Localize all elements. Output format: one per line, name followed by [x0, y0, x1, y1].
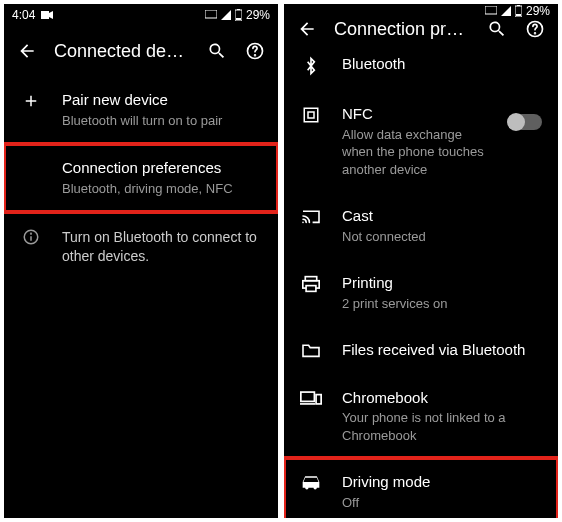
page-title: Connection preferen...: [334, 19, 470, 40]
bluetooth-icon: [303, 56, 319, 76]
settings-list: Bluetooth NFC Allow data exchange when t…: [284, 40, 558, 518]
search-button[interactable]: [206, 40, 228, 62]
bluetooth-label: Bluetooth: [342, 54, 542, 74]
app-bar: Connection preferen...: [284, 18, 558, 40]
files-label: Files received via Bluetooth: [342, 340, 542, 360]
connpref-label: Connection preferences: [62, 158, 262, 178]
phone-left: 4:04 29% Connected devices Pair new devi…: [4, 4, 278, 518]
status-battery: 29%: [246, 8, 270, 22]
cast-status-icon: [205, 10, 217, 20]
svg-point-9: [31, 233, 32, 234]
printing-sub: 2 print services on: [342, 295, 542, 313]
camera-icon: [41, 11, 53, 19]
chromebook-label: Chromebook: [342, 388, 542, 408]
pair-sub: Bluetooth will turn on to pair: [62, 112, 262, 130]
pair-label: Pair new device: [62, 90, 262, 110]
svg-rect-23: [316, 394, 321, 403]
settings-list: Pair new device Bluetooth will turn on t…: [4, 76, 278, 518]
svg-rect-21: [301, 392, 315, 401]
nfc-row[interactable]: NFC Allow data exchange when the phone t…: [284, 90, 558, 192]
drive-sub: Off: [342, 494, 542, 512]
search-icon: [487, 19, 507, 39]
svg-rect-0: [41, 11, 49, 19]
help-icon: [245, 41, 265, 61]
printing-row[interactable]: Printing 2 print services on: [284, 259, 558, 326]
nfc-icon: [302, 106, 320, 124]
nfc-toggle[interactable]: [508, 114, 542, 130]
back-button[interactable]: [16, 40, 38, 62]
cast-sub: Not connected: [342, 228, 542, 246]
pair-new-device-row[interactable]: Pair new device Bluetooth will turn on t…: [4, 76, 278, 144]
phone-right: 29% Connection preferen... Bluetooth NFC…: [284, 4, 558, 518]
svg-rect-3: [237, 9, 240, 10]
cast-row[interactable]: Cast Not connected: [284, 192, 558, 259]
back-arrow-icon: [17, 41, 37, 61]
back-button[interactable]: [296, 18, 318, 40]
page-title: Connected devices: [54, 41, 190, 62]
help-button[interactable]: [244, 40, 266, 62]
cast-icon: [301, 208, 321, 224]
info-row: Turn on Bluetooth to connect to other de…: [4, 212, 278, 280]
status-bar: 29%: [284, 4, 558, 18]
svg-rect-12: [517, 5, 520, 6]
connpref-sub: Bluetooth, driving mode, NFC: [62, 180, 262, 198]
status-bar: 4:04 29%: [4, 4, 278, 26]
svg-rect-10: [485, 6, 497, 14]
svg-point-15: [535, 33, 536, 34]
signal-icon: [221, 10, 231, 20]
printer-icon: [301, 275, 321, 293]
signal-icon: [501, 6, 511, 16]
svg-rect-1: [205, 10, 217, 18]
cast-status-icon: [485, 6, 497, 16]
info-text: Turn on Bluetooth to connect to other de…: [62, 228, 262, 266]
svg-rect-16: [304, 108, 318, 122]
search-button[interactable]: [486, 18, 508, 40]
svg-rect-4: [236, 18, 241, 20]
search-icon: [207, 41, 227, 61]
svg-rect-17: [308, 112, 314, 118]
folder-icon: [301, 342, 321, 358]
connection-preferences-row[interactable]: Connection preferences Bluetooth, drivin…: [4, 144, 278, 212]
chromebook-sub: Your phone is not linked to a Chromebook: [342, 409, 542, 444]
bluetooth-row[interactable]: Bluetooth: [284, 40, 558, 90]
nfc-label: NFC: [342, 104, 488, 124]
help-button[interactable]: [524, 18, 546, 40]
devices-icon: [300, 390, 322, 406]
cast-label: Cast: [342, 206, 542, 226]
plus-icon: [22, 92, 40, 110]
svg-rect-13: [516, 14, 521, 16]
battery-icon: [515, 5, 522, 17]
car-icon: [301, 474, 321, 490]
files-row[interactable]: Files received via Bluetooth: [284, 326, 558, 374]
chromebook-row[interactable]: Chromebook Your phone is not linked to a…: [284, 374, 558, 459]
back-arrow-icon: [297, 19, 317, 39]
info-icon: [22, 228, 40, 246]
help-icon: [525, 19, 545, 39]
battery-icon: [235, 9, 242, 21]
printing-label: Printing: [342, 273, 542, 293]
driving-mode-row[interactable]: Driving mode Off: [284, 458, 558, 518]
app-bar: Connected devices: [4, 26, 278, 76]
svg-rect-20: [306, 286, 316, 292]
drive-label: Driving mode: [342, 472, 542, 492]
status-battery: 29%: [526, 4, 550, 18]
svg-point-6: [255, 55, 256, 56]
nfc-sub: Allow data exchange when the phone touch…: [342, 126, 488, 179]
status-time: 4:04: [12, 8, 35, 22]
